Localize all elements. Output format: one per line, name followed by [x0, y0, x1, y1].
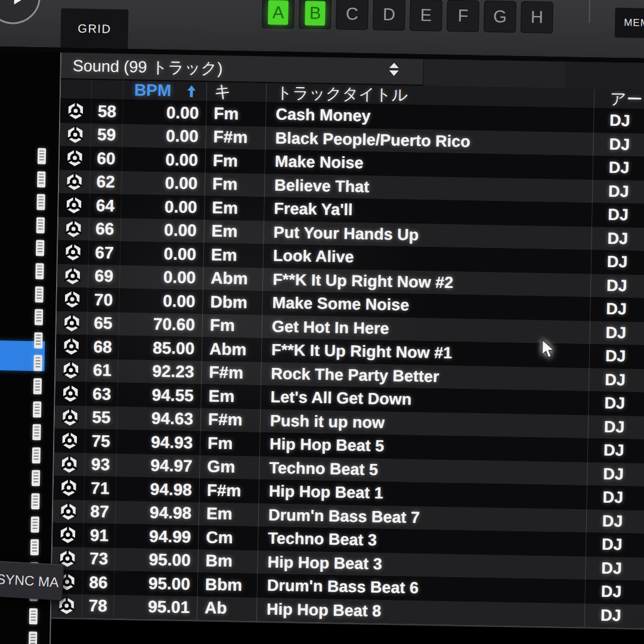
track-key: F#m — [202, 361, 262, 385]
sidebar-item[interactable] — [32, 447, 41, 463]
track-key: Gm — [200, 455, 260, 479]
track-key: Abm — [202, 337, 262, 361]
cropped-button-edge — [98, 0, 147, 1]
sidebar-item[interactable] — [36, 217, 45, 233]
hotcue-bank-d[interactable]: D — [373, 0, 405, 30]
sidebar-item[interactable] — [32, 424, 41, 440]
play-button[interactable] — [0, 0, 41, 24]
track-artist: DJ — [586, 532, 644, 558]
hotcue-bank-b[interactable]: B — [299, 0, 332, 29]
track-bpm: 94.55 — [117, 383, 202, 408]
sync-manager-button[interactable]: ⟳ SYNC MA — [0, 559, 64, 600]
track-icon-cell — [57, 311, 88, 335]
track-artist: DJ — [593, 156, 644, 181]
track-type-icon — [61, 408, 80, 427]
sidebar-item[interactable] — [33, 378, 42, 394]
track-artist: DJ — [585, 580, 644, 605]
track-icon-cell — [53, 476, 85, 500]
track-artist: DJ — [592, 227, 644, 252]
hotcue-bank-label: H — [527, 5, 547, 30]
track-type-icon — [66, 101, 85, 120]
sidebar-item[interactable] — [36, 240, 44, 256]
sidebar-item[interactable] — [30, 539, 39, 555]
track-number: 65 — [88, 311, 120, 335]
track-key: Abm — [203, 267, 264, 291]
track-key: Em — [201, 384, 261, 408]
hotcue-bank-e[interactable]: E — [410, 0, 442, 32]
sidebar-item[interactable] — [37, 171, 45, 187]
hotcue-bank-label: E — [416, 3, 436, 28]
track-icon-cell — [58, 240, 89, 264]
header-bpm[interactable]: BPM — [123, 80, 208, 101]
track-bpm: 94.63 — [117, 406, 202, 431]
sidebar-item[interactable] — [35, 309, 43, 325]
header-key[interactable]: キ — [207, 82, 267, 102]
track-artist: DJ — [590, 321, 644, 346]
sidebar-item[interactable] — [33, 355, 42, 371]
header-icon-column — [61, 79, 92, 99]
track-number: 59 — [91, 123, 123, 147]
track-number: 86 — [83, 571, 115, 595]
track-icon-cell — [57, 264, 89, 287]
track-key: Ab — [197, 596, 258, 621]
track-key: Em — [204, 243, 264, 267]
sidebar-item[interactable] — [36, 194, 45, 210]
sidebar-item[interactable] — [38, 148, 46, 164]
track-artist: DJ — [590, 297, 644, 322]
sidebar-item[interactable] — [33, 401, 41, 417]
track-bpm: 70.60 — [119, 312, 203, 337]
sidebar-item[interactable] — [32, 470, 40, 487]
track-key: Em — [205, 196, 265, 220]
track-key: Bm — [198, 549, 258, 574]
play-icon — [14, 0, 26, 5]
track-bpm: 95.00 — [114, 547, 199, 572]
sort-ascending-icon — [187, 85, 196, 97]
track-number: 78 — [82, 594, 114, 618]
track-icon-cell — [58, 193, 90, 217]
hotcue-bank-label: D — [379, 2, 400, 27]
track-icon-cell — [60, 99, 92, 123]
track-artist: DJ — [590, 344, 644, 369]
sidebar-item[interactable] — [29, 608, 38, 624]
toolbar-divider — [589, 0, 590, 23]
track-type-icon — [61, 384, 80, 403]
rekordbox-screen: GRID ABCDEFGH MEMO Sound (99 トラック) — [0, 0, 644, 644]
sidebar-item[interactable] — [29, 631, 37, 644]
bpm-label: BPM — [134, 80, 172, 100]
track-key: Fm — [205, 172, 265, 197]
hotcue-bank-row: ABCDEFGH — [262, 0, 553, 33]
track-type-icon — [66, 148, 85, 168]
sidebar-item[interactable] — [34, 332, 42, 348]
track-artist: DJ — [587, 485, 644, 510]
header-artist[interactable]: アー — [595, 89, 644, 109]
sidebar-item[interactable] — [35, 286, 44, 302]
hotcue-bank-f[interactable]: F — [447, 0, 479, 32]
track-bpm: 0.00 — [120, 242, 205, 267]
track-type-icon — [60, 431, 79, 450]
tab-grid[interactable]: GRID — [60, 8, 128, 49]
hotcue-bank-c[interactable]: C — [336, 0, 369, 30]
track-icon-cell — [53, 499, 85, 523]
track-type-icon — [60, 455, 79, 474]
track-artist: DJ — [587, 462, 644, 487]
track-number: 68 — [87, 335, 119, 359]
track-bpm: 0.00 — [121, 194, 205, 219]
track-type-icon — [64, 219, 83, 239]
track-key: F#m — [201, 408, 261, 432]
sort-chevron-icon[interactable] — [389, 63, 399, 76]
track-artist: DJ — [593, 132, 644, 157]
track-type-icon — [58, 525, 78, 544]
track-artist: DJ — [588, 415, 644, 440]
sidebar-item[interactable] — [30, 516, 39, 532]
track-bpm: 0.00 — [122, 171, 206, 196]
track-bpm: 0.00 — [123, 100, 207, 125]
track-number: 69 — [88, 264, 120, 288]
memo-button[interactable]: MEMO — [615, 8, 644, 39]
hotcue-bank-g[interactable]: G — [484, 1, 516, 33]
sidebar-item[interactable] — [31, 493, 39, 509]
hotcue-bank-a[interactable]: A — [262, 0, 295, 29]
track-bpm: 95.00 — [114, 571, 199, 596]
hotcue-bank-h[interactable]: H — [521, 1, 553, 33]
header-number-column[interactable] — [92, 80, 124, 100]
sidebar-item[interactable] — [35, 263, 44, 279]
